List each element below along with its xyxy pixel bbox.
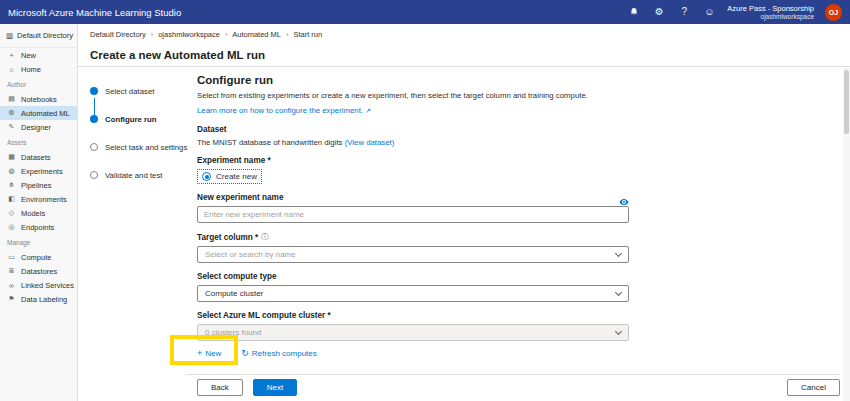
models-icon: ◇	[7, 209, 16, 217]
app-shell: ▥ Default Directory + New ⌂ Home Author …	[0, 24, 850, 401]
compute-type-dropdown[interactable]: Compute cluster	[197, 285, 629, 302]
notebook-icon: ▤	[7, 95, 16, 103]
sidebar-item-new[interactable]: + New	[0, 48, 77, 62]
topbar: Microsoft Azure Machine Learning Studio …	[0, 0, 850, 24]
create-new-radio-option[interactable]: Create new	[197, 169, 262, 184]
sidebar-item-endpoints[interactable]: ◎ Endpoints	[0, 220, 77, 234]
breadcrumb-separator-icon: ›	[151, 31, 153, 38]
account-info[interactable]: Azure Pass - Sponsorship ojashmlworkspac…	[727, 4, 814, 21]
page-title: Create a new Automated ML run	[78, 44, 850, 67]
plus-icon: +	[197, 349, 202, 358]
step-dot-current	[90, 115, 98, 123]
new-experiment-name-input[interactable]	[197, 206, 629, 223]
feedback-smiley-icon[interactable]: ☺	[702, 7, 716, 17]
linked-services-icon: ∞	[7, 282, 16, 289]
gear-icon[interactable]: ⚙	[652, 7, 666, 17]
step-configure-run[interactable]: Configure run	[90, 105, 197, 133]
main-area: Default Directory › ojashmlworkspace › A…	[78, 24, 850, 401]
app-title[interactable]: Microsoft Azure Machine Learning Studio	[8, 7, 181, 18]
view-dataset-link[interactable]: (View dataset)	[345, 138, 395, 147]
chevron-down-icon	[615, 288, 622, 295]
tenant-name: Azure Pass - Sponsorship	[727, 4, 814, 13]
step-dot-todo	[90, 143, 98, 151]
sidebar-item-automated-ml[interactable]: ⚙ Automated ML	[0, 106, 77, 120]
sidebar-item-pipelines[interactable]: ⋔ Pipelines	[0, 178, 77, 192]
home-icon: ⌂	[7, 66, 16, 73]
content-area: Select dataset Configure run Select task…	[78, 67, 850, 374]
learn-more-link[interactable]: Learn more on how to configure the exper…	[197, 106, 371, 115]
sidebar-item-data-labeling[interactable]: ⚑ Data Labeling	[0, 292, 77, 306]
refresh-icon: ↻	[241, 349, 249, 358]
sidebar-item-datasets[interactable]: ▦ Datasets	[0, 150, 77, 164]
breadcrumb: Default Directory › ojashmlworkspace › A…	[78, 24, 850, 44]
refresh-computes-link[interactable]: ↻ Refresh computes	[241, 349, 316, 358]
breadcrumb-separator-icon: ›	[286, 31, 288, 38]
dataset-label: Dataset	[197, 125, 629, 134]
create-new-radio-label: Create new	[216, 172, 257, 181]
environments-icon: ◧	[7, 195, 16, 203]
compute-cluster-label: Select Azure ML compute cluster *	[197, 311, 629, 320]
sidebar-item-experiments[interactable]: ◍ Experiments	[0, 164, 77, 178]
configure-run-form: Configure run Select from existing exper…	[197, 74, 629, 374]
sidebar-item-linked-services[interactable]: ∞ Linked Services	[0, 278, 77, 292]
breadcrumb-separator-icon: ›	[225, 31, 227, 38]
target-column-dropdown[interactable]: Select or search by name	[197, 246, 629, 263]
cancel-button[interactable]: Cancel	[787, 379, 840, 396]
wizard-footer: Back Next Cancel	[78, 374, 850, 401]
step-select-dataset[interactable]: Select dataset	[90, 77, 197, 105]
target-column-label: Target column *ⓘ	[197, 232, 629, 242]
help-icon[interactable]: ?	[677, 7, 691, 17]
dataset-value: The MNIST database of handwritten digits…	[197, 138, 629, 147]
experiment-name-label: Experiment name *	[197, 156, 629, 165]
compute-type-label: Select compute type	[197, 272, 629, 281]
back-button[interactable]: Back	[197, 379, 243, 396]
step-dot-done	[90, 87, 98, 95]
sidebar-item-environments[interactable]: ◧ Environments	[0, 192, 77, 206]
stepper-connector	[94, 98, 95, 115]
sidebar-item-compute[interactable]: ▭ Compute	[0, 250, 77, 264]
plus-icon: +	[7, 52, 16, 59]
scrollbar-thumb[interactable]	[844, 70, 849, 134]
data-labeling-flag-icon: ⚑	[7, 295, 16, 303]
datasets-icon: ▦	[7, 153, 16, 161]
breadcrumb-item-start-run: Start run	[293, 30, 322, 39]
sidebar-item-models[interactable]: ◇ Models	[0, 206, 77, 220]
endpoints-icon: ◎	[7, 223, 16, 231]
step-dot-todo	[90, 171, 98, 179]
sidebar-section-assets: Assets	[0, 134, 77, 150]
automated-ml-icon: ⚙	[7, 109, 16, 117]
next-button[interactable]: Next	[253, 379, 297, 396]
eye-icon[interactable]	[619, 198, 629, 206]
directory-label: Default Directory	[17, 31, 73, 40]
vertical-scrollbar[interactable]	[843, 68, 850, 401]
form-description: Select from existing experiments or crea…	[197, 91, 629, 100]
sidebar-nav: ▥ Default Directory + New ⌂ Home Author …	[0, 24, 78, 401]
experiments-flask-icon: ◍	[7, 167, 16, 175]
breadcrumb-item-automated-ml[interactable]: Automated ML	[232, 30, 281, 39]
sidebar-section-manage: Manage	[0, 234, 77, 250]
sidebar-directory[interactable]: ▥ Default Directory	[0, 24, 77, 48]
breadcrumb-item-default-directory[interactable]: Default Directory	[90, 30, 146, 39]
step-validate-and-test: Validate and test	[90, 161, 197, 189]
compute-cluster-dropdown[interactable]: 0 clusters found	[197, 324, 629, 341]
sidebar-item-home[interactable]: ⌂ Home	[0, 62, 77, 76]
sidebar-section-author: Author	[0, 76, 77, 92]
pipelines-icon: ⋔	[7, 181, 16, 189]
new-compute-link[interactable]: + New	[197, 349, 221, 358]
step-select-task-and-settings: Select task and settings	[90, 133, 197, 161]
new-experiment-name-label: New experiment name	[197, 193, 283, 202]
sidebar-item-datastores[interactable]: ≣ Datastores	[0, 264, 77, 278]
info-icon[interactable]: ⓘ	[261, 232, 269, 242]
sidebar-item-designer[interactable]: ✎ Designer	[0, 120, 77, 134]
breadcrumb-item-workspace[interactable]: ojashmlworkspace	[158, 30, 220, 39]
avatar[interactable]: OJ	[825, 4, 842, 21]
bell-icon[interactable]	[627, 7, 641, 17]
designer-pencil-icon: ✎	[7, 123, 16, 131]
topbar-actions: ⚙ ? ☺ Azure Pass - Sponsorship ojashmlwo…	[627, 4, 842, 21]
wizard-stepper: Select dataset Configure run Select task…	[90, 74, 197, 374]
external-link-icon: ↗	[365, 107, 371, 114]
compute-icon: ▭	[7, 253, 16, 261]
chevron-down-icon	[615, 327, 622, 334]
radio-selected-icon[interactable]	[202, 172, 211, 181]
sidebar-item-notebooks[interactable]: ▤ Notebooks	[0, 92, 77, 106]
